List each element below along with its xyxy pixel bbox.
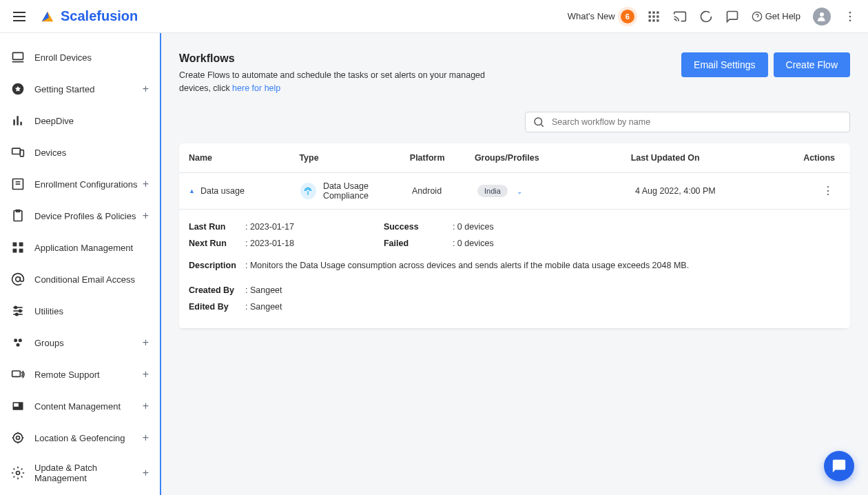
more-vert-icon[interactable] xyxy=(843,10,857,23)
topbar: Scalefusion What's New 6 Get Help xyxy=(0,0,868,33)
help-link[interactable]: here for help xyxy=(232,83,280,93)
chevron-down-icon[interactable]: ⌄ xyxy=(517,188,522,195)
svg-rect-7 xyxy=(652,15,654,17)
sidebar-item-label: Remote Support xyxy=(34,370,143,380)
hamburger-menu-icon[interactable] xyxy=(11,8,28,25)
email-settings-button[interactable]: Email Settings xyxy=(681,52,767,77)
sidebar-item-eva-communication[interactable]: Eva Communication Suite xyxy=(0,492,160,495)
created-by-value: : Sangeet xyxy=(245,285,282,295)
col-updated: Last Updated On xyxy=(631,153,804,163)
location-icon xyxy=(11,431,25,445)
whats-new-count-badge: 6 xyxy=(621,10,634,23)
sidebar-item-deepdive[interactable]: DeepDive xyxy=(0,105,160,137)
sidebar-item-label: Conditional Email Access xyxy=(34,274,149,285)
sidebar-item-label: Update & Patch Management xyxy=(34,463,143,483)
group-chip[interactable]: India xyxy=(477,185,508,197)
sidebar-item-enroll-devices[interactable]: Enroll Devices xyxy=(0,41,160,73)
svg-rect-8 xyxy=(657,15,659,17)
get-help-button[interactable]: Get Help xyxy=(752,11,800,22)
description-value: : Monitors the Data Usage consumption ac… xyxy=(245,261,689,270)
sidebar-item-application-management[interactable]: Application Management xyxy=(0,232,160,263)
svg-line-58 xyxy=(541,124,543,126)
edited-by-value: : Sangeet xyxy=(245,302,282,312)
chat-fab-button[interactable] xyxy=(824,451,854,481)
table-row[interactable]: ▲ Data usage Data Usage Compliance Andro… xyxy=(179,173,850,210)
svg-rect-46 xyxy=(12,371,21,376)
sliders-icon xyxy=(11,304,25,318)
svg-point-49 xyxy=(17,436,20,440)
sync-icon[interactable] xyxy=(699,10,713,23)
plus-icon: + xyxy=(143,400,149,412)
sidebar-item-enrollment-configurations[interactable]: Enrollment Configurations + xyxy=(0,168,160,200)
svg-point-41 xyxy=(19,310,21,312)
row-actions-menu-icon[interactable]: ⋮ xyxy=(809,184,840,197)
row-platform-text: Android xyxy=(412,186,477,196)
svg-rect-19 xyxy=(13,52,23,59)
workflows-table: Name Type Platform Groups/Profiles Last … xyxy=(179,143,850,329)
svg-point-45 xyxy=(17,343,20,347)
topbar-right: What's New 6 Get Help xyxy=(568,8,857,26)
search-box[interactable] xyxy=(525,112,850,132)
plus-icon: + xyxy=(143,467,149,479)
brand-name: Scalefusion xyxy=(61,8,138,24)
get-help-label: Get Help xyxy=(765,11,800,21)
sidebar-item-update-patch[interactable]: Update & Patch Management + xyxy=(0,454,160,492)
failed-label: Failed xyxy=(384,239,453,248)
svg-rect-4 xyxy=(652,11,654,13)
svg-rect-22 xyxy=(13,119,15,125)
svg-point-16 xyxy=(849,11,851,13)
sidebar-item-label: DeepDive xyxy=(34,116,149,126)
sidebar-item-device-profiles[interactable]: Device Profiles & Policies + xyxy=(0,200,160,232)
svg-rect-35 xyxy=(19,249,23,253)
sidebar-item-location-geofencing[interactable]: Location & Geofencing + xyxy=(0,422,160,454)
apps-grid-icon[interactable] xyxy=(647,10,661,23)
success-value: : 0 devices xyxy=(453,222,494,232)
svg-rect-23 xyxy=(17,116,19,125)
brand-logo[interactable]: Scalefusion xyxy=(40,8,138,24)
row-name-text: Data usage xyxy=(200,186,245,196)
create-flow-button[interactable]: Create Flow xyxy=(774,52,850,77)
sidebar-item-label: Device Profiles & Policies xyxy=(34,211,143,221)
svg-rect-34 xyxy=(13,249,17,253)
config-icon xyxy=(11,177,25,191)
next-run-value: : 2023-01-18 xyxy=(245,239,294,248)
cast-icon[interactable] xyxy=(673,10,687,23)
collapse-arrow-icon[interactable]: ▲ xyxy=(189,188,195,194)
svg-rect-48 xyxy=(14,403,19,407)
search-icon xyxy=(533,116,545,128)
sidebar-item-conditional-email[interactable]: Conditional Email Access xyxy=(0,263,160,295)
svg-point-43 xyxy=(14,339,17,342)
page-title: Workflows xyxy=(179,52,517,65)
content-icon xyxy=(11,399,25,413)
plus-icon: + xyxy=(143,83,149,95)
sidebar-item-label: Enroll Devices xyxy=(34,52,149,63)
sidebar-item-content-management[interactable]: Content Management + xyxy=(0,390,160,422)
sidebar-item-utilities[interactable]: Utilities xyxy=(0,295,160,327)
svg-point-18 xyxy=(849,19,851,21)
edited-by-label: Edited By xyxy=(189,302,245,312)
svg-point-50 xyxy=(13,433,22,442)
svg-point-17 xyxy=(849,15,851,17)
svg-rect-26 xyxy=(20,150,23,156)
antenna-icon xyxy=(300,183,316,199)
message-icon[interactable] xyxy=(725,10,739,23)
sidebar-item-getting-started[interactable]: Getting Started + xyxy=(0,73,160,105)
plus-icon: + xyxy=(143,178,149,190)
sidebar-item-remote-support[interactable]: Remote Support + xyxy=(0,358,160,390)
svg-point-44 xyxy=(19,339,22,342)
gear-icon xyxy=(11,466,25,480)
page-subtitle: Create Flows to automate and schedule th… xyxy=(179,69,517,95)
sidebar-item-label: Devices xyxy=(34,148,149,158)
col-name[interactable]: Name xyxy=(189,153,299,163)
row-type-text: Data Usage Compliance xyxy=(323,181,412,201)
svg-point-15 xyxy=(820,12,824,17)
sidebar-item-label: Utilities xyxy=(34,306,149,316)
search-input[interactable] xyxy=(552,117,843,127)
whats-new-button[interactable]: What's New 6 xyxy=(568,10,634,23)
last-run-value: : 2023-01-17 xyxy=(245,222,294,232)
user-avatar-icon[interactable] xyxy=(813,8,831,26)
svg-rect-10 xyxy=(652,19,654,21)
sidebar-item-label: Groups xyxy=(34,338,143,348)
sidebar-item-devices[interactable]: Devices xyxy=(0,137,160,168)
sidebar-item-groups[interactable]: Groups + xyxy=(0,327,160,358)
